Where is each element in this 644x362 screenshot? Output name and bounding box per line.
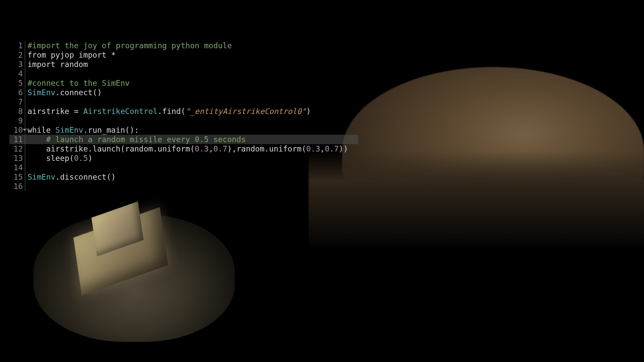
gutter	[25, 97, 28, 107]
code-token	[28, 135, 46, 144]
code-token: .	[55, 173, 60, 181]
code-token: .	[158, 107, 162, 116]
code-token: #import the joy of programming python mo…	[28, 41, 232, 50]
line-number: 5	[9, 78, 25, 88]
code-token: SimEnv	[28, 88, 55, 97]
code-token: "_entityAirstrikeControl0"	[185, 107, 306, 116]
code-line[interactable]: 1#import the joy of programming python m…	[9, 41, 358, 50]
code-content[interactable]: #connect to the SimEnv	[28, 78, 358, 88]
code-line[interactable]: 8airstrike = AirstrikeControl.find("_ent…	[9, 107, 358, 116]
code-line[interactable]: 2from pyjop import *	[9, 50, 358, 60]
gutter	[25, 172, 28, 182]
line-number: 1	[9, 41, 25, 50]
code-line[interactable]: 4	[9, 69, 358, 78]
line-number: 3	[9, 60, 25, 69]
code-token: run_main	[88, 126, 125, 134]
code-token: import	[28, 60, 55, 69]
code-line[interactable]: 13 sleep(0.5)	[9, 154, 358, 163]
code-line[interactable]: 10while SimEnv.run_main():	[9, 125, 358, 135]
gutter	[25, 78, 28, 88]
code-token: .	[55, 88, 60, 97]
code-token: from	[28, 51, 46, 59]
code-editor[interactable]: 1#import the joy of programming python m…	[9, 41, 358, 191]
code-line[interactable]: 14	[9, 163, 358, 172]
gutter	[25, 50, 28, 60]
code-token: #connect to the SimEnv	[28, 79, 130, 87]
code-token: ))	[339, 144, 348, 153]
code-token: ()	[93, 88, 102, 97]
code-content[interactable]: sleep(0.5)	[28, 154, 358, 163]
code-token: uniform	[158, 144, 190, 153]
code-token: )	[306, 107, 311, 116]
code-content[interactable]: SimEnv.connect()	[28, 88, 358, 97]
gutter	[25, 125, 28, 135]
code-token: (	[120, 144, 125, 153]
code-token: random	[55, 60, 88, 69]
code-token: .	[88, 144, 93, 153]
code-content[interactable]: import random	[28, 60, 358, 69]
code-content[interactable]	[28, 116, 358, 125]
code-line[interactable]: 5#connect to the SimEnv	[9, 78, 358, 88]
line-number: 14	[9, 163, 25, 172]
code-content[interactable]: SimEnv.disconnect()	[28, 172, 358, 182]
code-content[interactable]	[28, 163, 358, 172]
code-line[interactable]: 3import random	[9, 60, 358, 69]
code-token: SimEnv	[28, 173, 55, 181]
line-number: 4	[9, 69, 25, 78]
code-content[interactable]: airstrike.launch(random.uniform(0.3,0.7)…	[28, 144, 358, 154]
code-content[interactable]: while SimEnv.run_main():	[28, 125, 358, 135]
line-number: 9	[9, 116, 25, 125]
code-token: 0.3	[306, 144, 320, 153]
line-number: 13	[9, 154, 25, 163]
code-token: =	[74, 107, 83, 116]
line-number: 16	[9, 182, 25, 191]
gutter	[25, 60, 28, 69]
line-number: 8	[9, 107, 25, 116]
code-token: (	[69, 154, 74, 163]
code-token: (	[181, 107, 185, 116]
code-token: .	[264, 144, 269, 153]
code-token: disconnect	[60, 173, 106, 181]
code-content[interactable]	[28, 97, 358, 107]
code-token: airstrike	[28, 107, 74, 116]
code-token: ,	[209, 144, 213, 153]
code-line[interactable]: 9	[9, 116, 358, 125]
code-token: (	[190, 144, 195, 153]
code-token: ),	[227, 144, 237, 153]
code-token: 0.3	[195, 144, 209, 153]
line-number: 15	[9, 172, 25, 182]
gutter	[25, 154, 28, 163]
code-line[interactable]: 12 airstrike.launch(random.uniform(0.3,0…	[9, 144, 358, 154]
code-token: ()	[106, 173, 116, 181]
gutter	[25, 107, 28, 116]
line-number: 11	[9, 135, 25, 144]
code-content[interactable]: from pyjop import *	[28, 50, 358, 60]
code-token: )	[88, 154, 93, 163]
gutter	[25, 88, 28, 97]
code-token: airstrike	[28, 144, 88, 153]
code-line[interactable]: 16	[9, 182, 358, 191]
code-token: random	[236, 144, 264, 153]
code-content[interactable]: # launch a random missile every 0.5 seco…	[28, 135, 358, 144]
gutter	[25, 69, 28, 78]
code-content[interactable]: #import the joy of programming python mo…	[28, 41, 358, 50]
code-line[interactable]: 7	[9, 97, 358, 107]
fold-marker-icon[interactable]	[23, 129, 27, 131]
code-token: AirstrikeControl	[83, 107, 158, 116]
code-token: 0.7	[325, 144, 339, 153]
code-token: import	[78, 51, 106, 59]
code-token	[51, 126, 55, 134]
code-content[interactable]: airstrike = AirstrikeControl.find("_enti…	[28, 107, 358, 116]
code-token: while	[28, 126, 51, 134]
code-token: .	[153, 144, 158, 153]
code-token: ,	[320, 144, 325, 153]
code-line[interactable]: 6SimEnv.connect()	[9, 88, 358, 97]
code-content[interactable]	[28, 182, 358, 191]
background-terrain	[342, 67, 644, 235]
code-line[interactable]: 15SimEnv.disconnect()	[9, 172, 358, 182]
code-content[interactable]	[28, 69, 358, 78]
code-token: .	[83, 126, 88, 134]
code-token: (	[302, 144, 306, 153]
code-line[interactable]: 11 # launch a random missile every 0.5 s…	[9, 135, 358, 144]
code-token: *	[106, 51, 116, 59]
